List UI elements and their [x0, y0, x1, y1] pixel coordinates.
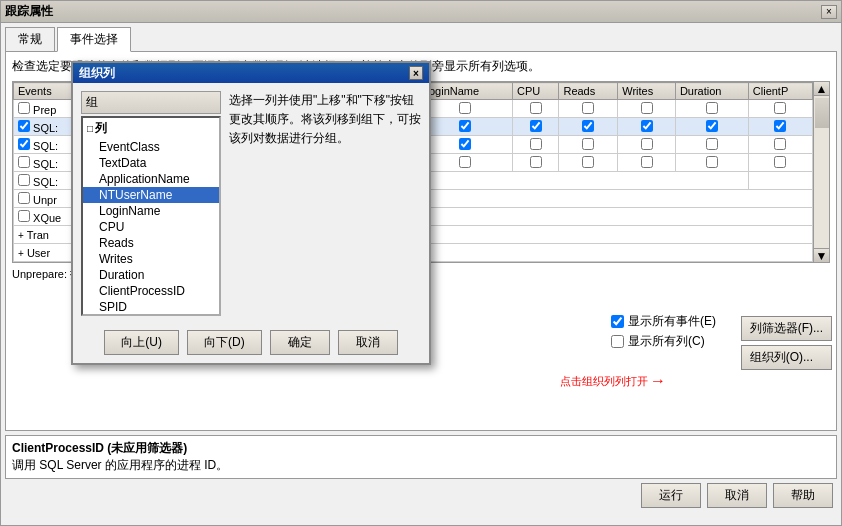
status-description: 调用 SQL Server 的应用程序的进程 ID。	[12, 457, 830, 474]
show-all-cols-label[interactable]: 显示所有列(C)	[611, 333, 716, 350]
r0c4[interactable]	[530, 102, 542, 114]
organize-columns-dialog: 组织列 × 组 □ 列 EventClass TextD	[71, 61, 431, 365]
r0c5[interactable]	[582, 102, 594, 114]
annotation: 点击组织列列打开 →	[560, 372, 666, 390]
r1c6[interactable]	[641, 120, 653, 132]
list-item-duration[interactable]: Duration	[83, 267, 219, 283]
r0c7[interactable]	[706, 102, 718, 114]
dialog-ok-button[interactable]: 确定	[270, 330, 330, 355]
user-label: User	[27, 247, 50, 259]
status-label: ClientProcessID (未应用筛选器)	[12, 440, 830, 457]
window-title: 跟踪属性	[5, 3, 821, 20]
list-item-starttime[interactable]: StartTime	[83, 315, 219, 316]
column-filter-button[interactable]: 列筛选器(F)...	[741, 316, 832, 341]
r2c3[interactable]	[459, 138, 471, 150]
list-item-clientprocessid[interactable]: ClientProcessID	[83, 283, 219, 299]
list-item-appname[interactable]: ApplicationName	[83, 171, 219, 187]
list-item-textdata[interactable]: TextData	[83, 155, 219, 171]
show-all-cols-checkbox[interactable]	[611, 335, 624, 348]
list-item-reads[interactable]: Reads	[83, 235, 219, 251]
tab-events[interactable]: 事件选择	[57, 27, 131, 52]
dialog-description: 选择一列并使用"上移"和"下移"按钮更改其顺序。将该列移到组下，可按该列对数据进…	[229, 91, 421, 316]
tab-bar: 常规 事件选择	[1, 23, 841, 51]
r3c4[interactable]	[530, 156, 542, 168]
col-loginname: LoginName	[418, 83, 512, 100]
tran-label: Tran	[27, 229, 49, 241]
r1c7[interactable]	[706, 120, 718, 132]
col-cpu: CPU	[512, 83, 558, 100]
r1c4[interactable]	[530, 120, 542, 132]
dialog-title: 组织列	[79, 65, 115, 82]
r2c6[interactable]	[641, 138, 653, 150]
organize-columns-button[interactable]: 组织列(O)...	[741, 345, 832, 370]
r1c5[interactable]	[582, 120, 594, 132]
row6-check[interactable]	[18, 210, 30, 222]
list-item-spid[interactable]: SPID	[83, 299, 219, 315]
r3c6[interactable]	[641, 156, 653, 168]
r3c8[interactable]	[774, 156, 786, 168]
status-box: ClientProcessID (未应用筛选器) 调用 SQL Server 的…	[5, 435, 837, 479]
title-bar: 跟踪属性 ×	[1, 1, 841, 23]
r2c7[interactable]	[706, 138, 718, 150]
arrow-icon: →	[650, 372, 666, 390]
col-reads: Reads	[559, 83, 618, 100]
row1-check[interactable]	[18, 120, 30, 132]
help-button[interactable]: 帮助	[773, 483, 833, 508]
group-header: 组	[81, 91, 221, 114]
r3c3[interactable]	[459, 156, 471, 168]
dialog-list-section: 组 □ 列 EventClass TextData ApplicationNam…	[81, 91, 221, 316]
r0c8[interactable]	[774, 102, 786, 114]
list-group-label: □ 列	[83, 118, 219, 139]
dialog-buttons: 向上(U) 向下(D) 确定 取消	[73, 324, 429, 363]
r3c7[interactable]	[706, 156, 718, 168]
r2c4[interactable]	[530, 138, 542, 150]
r2c8[interactable]	[774, 138, 786, 150]
row3-check[interactable]	[18, 156, 30, 168]
row4-check[interactable]	[18, 174, 30, 186]
list-item-eventclass[interactable]: EventClass	[83, 139, 219, 155]
dialog-titlebar: 组织列 ×	[73, 63, 429, 83]
show-all-events-checkbox[interactable]	[611, 315, 624, 328]
list-item-cpu[interactable]: CPU	[83, 219, 219, 235]
col-clientp: ClientP	[748, 83, 812, 100]
move-down-button[interactable]: 向下(D)	[187, 330, 262, 355]
side-buttons: 列筛选器(F)... 组织列(O)...	[741, 316, 832, 370]
col-duration: Duration	[675, 83, 748, 100]
r1c8[interactable]	[774, 120, 786, 132]
dialog-body: 组 □ 列 EventClass TextData ApplicationNam…	[73, 83, 429, 324]
table-scrollbar[interactable]: ▲ ▼	[813, 82, 829, 262]
main-window: 跟踪属性 × 常规 事件选择 检查选定要跟踪的事件和数据列。要添加更多数据列，请…	[0, 0, 842, 526]
window-close-button[interactable]: ×	[821, 5, 837, 19]
dialog-cancel-button[interactable]: 取消	[338, 330, 398, 355]
column-list[interactable]: □ 列 EventClass TextData ApplicationName …	[81, 116, 221, 316]
show-all-events-label[interactable]: 显示所有事件(E)	[611, 313, 716, 330]
row0-check[interactable]	[18, 102, 30, 114]
r3c5[interactable]	[582, 156, 594, 168]
tab-general[interactable]: 常规	[5, 27, 55, 51]
dialog-close-button[interactable]: ×	[409, 66, 423, 80]
bottom-bar: 运行 取消 帮助	[1, 479, 841, 512]
list-item-loginname[interactable]: LoginName	[83, 203, 219, 219]
move-up-button[interactable]: 向上(U)	[104, 330, 179, 355]
row2-check[interactable]	[18, 138, 30, 150]
list-item-ntusername[interactable]: NTUserName	[83, 187, 219, 203]
run-button[interactable]: 运行	[641, 483, 701, 508]
right-options: 显示所有事件(E) 显示所有列(C)	[611, 313, 716, 350]
r0c3[interactable]	[459, 102, 471, 114]
col-writes: Writes	[618, 83, 676, 100]
r2c5[interactable]	[582, 138, 594, 150]
r1c3[interactable]	[459, 120, 471, 132]
row5-check[interactable]	[18, 192, 30, 204]
cancel-button[interactable]: 取消	[707, 483, 767, 508]
r0c6[interactable]	[641, 102, 653, 114]
list-item-writes[interactable]: Writes	[83, 251, 219, 267]
